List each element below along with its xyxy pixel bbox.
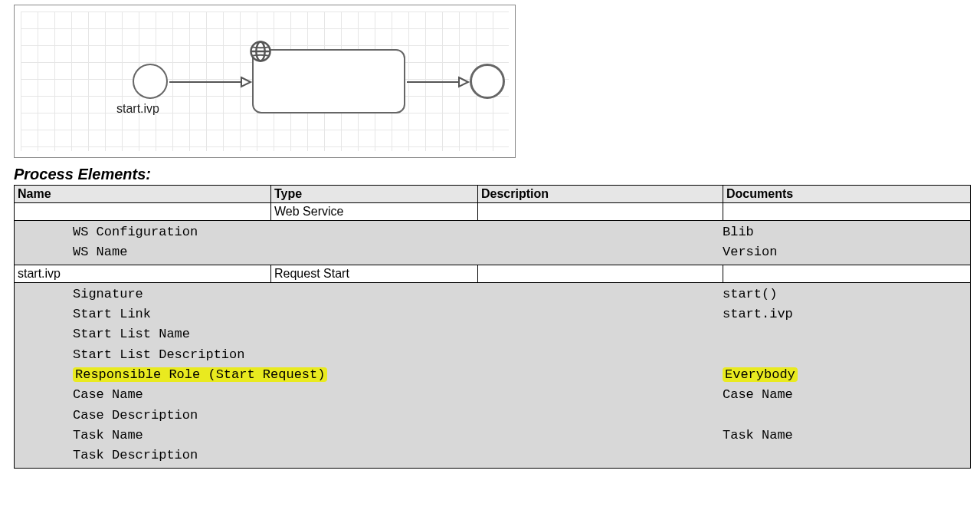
start-event-node [133, 64, 168, 99]
detail-key: Responsible Role (Start Request) [18, 365, 723, 385]
highlight: Responsible Role (Start Request) [73, 367, 327, 382]
section-heading: Process Elements: [14, 166, 975, 183]
flow-arrow [407, 76, 473, 91]
detail-line: Responsible Role (Start Request)Everybod… [18, 365, 967, 385]
detail-line: Start List Description [18, 345, 967, 365]
detail-block: Signaturestart()Start Linkstart.ivpStart… [15, 282, 971, 468]
table-detail-row: Signaturestart()Start Linkstart.ivpStart… [15, 282, 971, 468]
detail-key: WS Name [18, 242, 723, 262]
cell-type: Web Service [271, 203, 478, 221]
web-service-task-node [252, 49, 405, 113]
detail-key: Start Link [18, 304, 723, 324]
end-event-node [470, 64, 505, 99]
detail-key: Case Name [18, 385, 723, 405]
process-diagram: start.ivp [14, 5, 516, 158]
detail-value: start.ivp [723, 304, 793, 324]
table-row: Web Service [15, 203, 971, 221]
detail-block: WS ConfigurationBlibWS NameVersion [15, 221, 971, 265]
detail-line: Signaturestart() [18, 285, 967, 304]
detail-line: WS ConfigurationBlib [18, 222, 967, 242]
detail-line: Start List Name [18, 324, 967, 344]
cell-documents [723, 203, 971, 221]
table-detail-row: WS ConfigurationBlibWS NameVersion [15, 221, 971, 265]
cell-description [478, 265, 723, 282]
globe-icon [249, 40, 272, 63]
detail-value: start() [723, 285, 777, 304]
detail-key: Task Name [18, 426, 723, 446]
col-header-name: Name [15, 186, 271, 203]
process-elements-table: Name Type Description Documents Web Serv… [14, 185, 971, 469]
detail-key: Case Description [18, 406, 723, 426]
detail-key: Start List Name [18, 324, 723, 344]
highlight: Everybody [723, 367, 798, 382]
start-event-label: start.ivp [116, 102, 159, 116]
detail-key: Signature [18, 285, 723, 304]
cell-description [478, 203, 723, 221]
detail-line: Task Description [18, 446, 967, 465]
detail-line: Case Description [18, 406, 967, 426]
cell-name [15, 203, 271, 221]
detail-line: WS NameVersion [18, 242, 967, 262]
cell-documents [723, 265, 971, 282]
detail-key: Task Description [18, 446, 723, 465]
cell-name: start.ivp [15, 265, 271, 282]
detail-line: Task NameTask Name [18, 426, 967, 446]
detail-value: Blib [723, 222, 754, 242]
detail-line: Start Linkstart.ivp [18, 304, 967, 324]
col-header-documents: Documents [723, 186, 971, 203]
table-row: start.ivpRequest Start [15, 265, 971, 282]
detail-value: Everybody [723, 365, 798, 385]
cell-type: Request Start [271, 265, 478, 282]
detail-line: Case NameCase Name [18, 385, 967, 405]
svg-marker-1 [241, 77, 251, 87]
detail-value: Case Name [723, 385, 793, 405]
detail-key: Start List Description [18, 345, 723, 365]
col-header-type: Type [271, 186, 478, 203]
flow-arrow [169, 76, 254, 91]
col-header-description: Description [478, 186, 723, 203]
detail-value: Version [723, 242, 777, 262]
detail-key: WS Configuration [18, 222, 723, 242]
diagram-grid: start.ivp [21, 12, 509, 151]
svg-marker-6 [459, 77, 468, 87]
table-header-row: Name Type Description Documents [15, 186, 971, 203]
detail-value: Task Name [723, 426, 793, 446]
